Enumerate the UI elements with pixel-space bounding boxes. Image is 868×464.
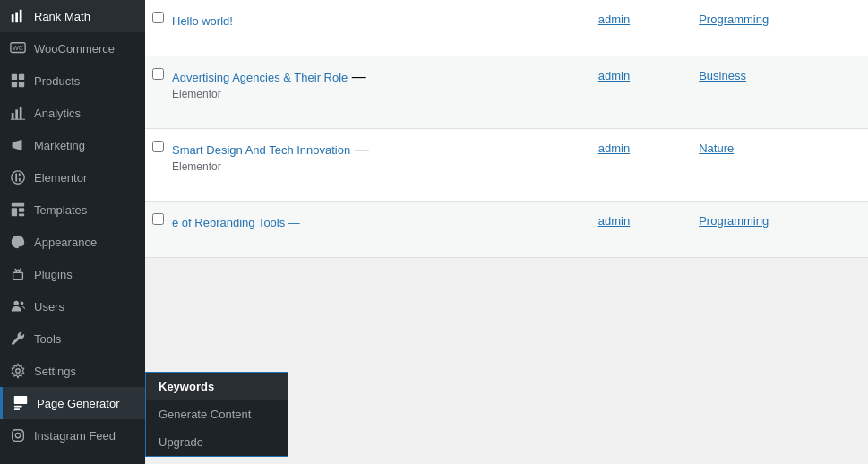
sidebar-item-plugins[interactable]: Plugins: [0, 258, 145, 290]
sidebar-item-elementor[interactable]: Elementor: [0, 161, 145, 193]
sidebar-item-instagram-feed[interactable]: Instagram Feed: [0, 419, 145, 451]
sidebar-item-label: Elementor: [34, 171, 87, 185]
svg-rect-2: [20, 10, 22, 22]
svg-rect-13: [13, 144, 16, 146]
svg-rect-5: [12, 74, 17, 80]
row-checkbox-cell: [145, 0, 172, 56]
sidebar-item-marketing[interactable]: Marketing: [0, 129, 145, 161]
svg-rect-19: [12, 208, 17, 216]
row-checkbox[interactable]: [152, 141, 164, 152]
posts-table: Hello world! admin Programming Advertisi…: [145, 0, 868, 258]
tools-icon: [9, 330, 27, 348]
submenu-item-generate-content[interactable]: Generate Content: [146, 400, 288, 428]
sidebar-item-woocommerce[interactable]: WC WooCommerce: [0, 32, 145, 64]
submenu-item-keywords[interactable]: Keywords: [146, 373, 288, 400]
post-author-link[interactable]: admin: [598, 142, 630, 155]
page-gen-icon: [12, 394, 30, 412]
post-author-cell: admin: [589, 129, 690, 202]
sidebar-item-label: WooCommerce: [34, 42, 115, 56]
post-title-cell: Advertising Agencies & Their Role — Elem…: [172, 56, 589, 129]
row-checkbox[interactable]: [152, 12, 164, 23]
post-title-link[interactable]: Smart Design And Tech Innovation: [172, 143, 350, 157]
svg-point-35: [15, 433, 20, 437]
post-author-link[interactable]: admin: [598, 13, 630, 26]
post-title-link[interactable]: Hello world!: [172, 14, 233, 28]
rank-math-icon: [9, 7, 27, 25]
table-row: Advertising Agencies & Their Role — Elem…: [145, 56, 868, 129]
table-row: Hello world! admin Programming: [145, 0, 868, 56]
svg-rect-15: [15, 174, 17, 182]
sidebar-item-analytics[interactable]: Analytics: [0, 97, 145, 129]
svg-point-36: [21, 431, 21, 432]
svg-rect-11: [20, 107, 22, 120]
svg-point-28: [14, 301, 19, 305]
row-checkbox[interactable]: [152, 213, 164, 225]
svg-rect-18: [12, 203, 24, 207]
sidebar-item-label: Instagram Feed: [34, 429, 116, 443]
post-title-link[interactable]: Advertising Agencies & Their Role: [172, 71, 348, 84]
post-category-link[interactable]: Nature: [699, 142, 734, 155]
templates-icon: [9, 201, 27, 219]
post-category-cell: Programming: [690, 202, 868, 258]
sidebar-item-users[interactable]: Users: [0, 290, 145, 322]
post-category-link[interactable]: Programming: [699, 13, 769, 26]
elementor-icon: [9, 168, 27, 186]
appearance-icon: [9, 233, 27, 251]
sidebar-item-label: Marketing: [34, 139, 85, 152]
sidebar-item-tools[interactable]: Tools: [0, 322, 145, 355]
sidebar-item-label: Templates: [34, 203, 87, 217]
sidebar-item-page-generator[interactable]: Page Generator: [0, 387, 145, 419]
svg-rect-7: [12, 82, 17, 87]
svg-rect-17: [19, 178, 21, 182]
post-author-link[interactable]: admin: [598, 69, 630, 82]
instagram-icon: [9, 426, 27, 444]
sidebar-item-label: Plugins: [34, 268, 73, 281]
svg-rect-10: [15, 109, 18, 119]
plugins-icon: [9, 265, 27, 283]
sidebar-item-templates[interactable]: Templates: [0, 193, 145, 226]
sidebar-item-label: Analytics: [34, 107, 81, 120]
svg-point-30: [16, 369, 21, 374]
sidebar-item-appearance[interactable]: Appearance: [0, 226, 145, 258]
sidebar-item-settings[interactable]: Settings: [0, 355, 145, 387]
svg-rect-25: [13, 272, 23, 279]
svg-point-14: [12, 171, 24, 184]
post-title-cell: e of Rebranding Tools —: [172, 202, 589, 258]
sidebar: Rank Math WC WooCommerce Products Analyt…: [0, 0, 145, 464]
sidebar-item-label: Users: [34, 300, 64, 314]
row-checkbox-cell: [145, 129, 172, 202]
post-category-cell: Programming: [690, 0, 868, 56]
row-checkbox-cell: [145, 202, 172, 258]
woocommerce-icon: WC: [9, 39, 27, 57]
svg-rect-33: [14, 408, 20, 410]
post-category-link[interactable]: Business: [699, 69, 746, 82]
post-title-cell: Hello world!: [172, 0, 589, 56]
row-checkbox[interactable]: [152, 68, 164, 80]
sidebar-item-label: Page Generator: [37, 397, 120, 410]
sidebar-item-rank-math[interactable]: Rank Math: [0, 0, 145, 32]
svg-text:WC: WC: [13, 44, 23, 52]
sidebar-item-products[interactable]: Products: [0, 64, 145, 97]
submenu-item-upgrade[interactable]: Upgrade: [146, 428, 288, 456]
svg-rect-9: [12, 113, 14, 119]
svg-point-23: [17, 238, 19, 240]
post-title-link[interactable]: e of Rebranding Tools —: [172, 216, 300, 229]
svg-point-24: [20, 240, 21, 242]
post-title-cell: Smart Design And Tech Innovation — Eleme…: [172, 129, 589, 202]
svg-point-22: [14, 240, 16, 242]
post-author-link[interactable]: admin: [598, 214, 630, 228]
svg-rect-6: [19, 74, 24, 80]
users-icon: [9, 297, 27, 315]
svg-rect-31: [14, 396, 27, 404]
analytics-icon: [9, 104, 27, 122]
post-category-link[interactable]: Programming: [699, 214, 769, 228]
sidebar-item-label: Products: [34, 74, 80, 88]
products-icon: [9, 72, 27, 90]
sidebar-item-label: Appearance: [34, 236, 97, 249]
svg-rect-1: [15, 13, 18, 23]
row-checkbox-cell: [145, 56, 172, 129]
post-category-cell: Business: [690, 56, 868, 129]
marketing-icon: [9, 136, 27, 154]
post-author-cell: admin: [589, 0, 690, 56]
post-author-cell: admin: [589, 56, 690, 129]
